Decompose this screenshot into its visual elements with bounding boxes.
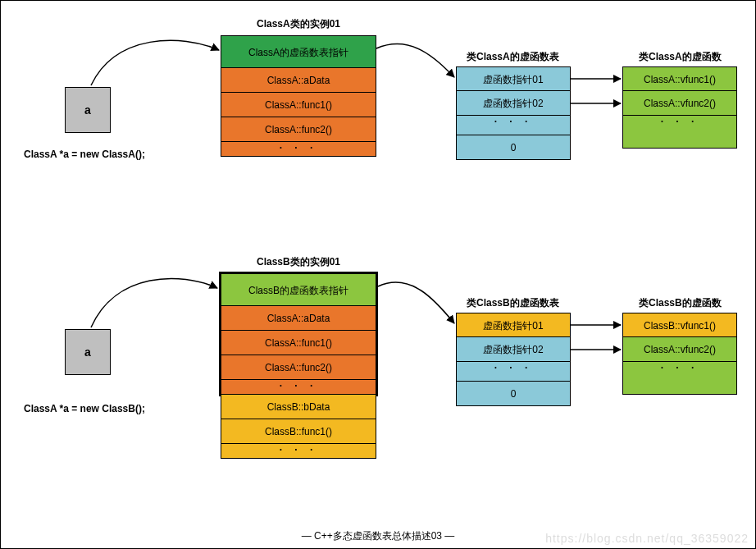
vtA-0: 虚函数指针01 [456,66,571,91]
vfuncs-b: ClassB::vfunc1() ClassA::vfunc2() · · · [622,313,737,395]
pointer-label: a [84,103,91,117]
title-vfB: 类ClassB的虚函数 [639,296,722,310]
inst-a-dots: · · · [221,142,376,157]
arrow-vptrB-to-vtB [378,282,454,323]
inst-a-vptr: ClassA的虚函数表指针 [221,35,376,68]
inst-b-dots2: · · · [221,444,376,459]
vtA-dots: · · · [456,116,571,135]
pointer-box-b: a [65,329,111,375]
vtB-0: 虚函数指针01 [456,313,571,337]
vfA-dots: · · · [622,116,737,149]
vfB-1: ClassA::vfunc2() [622,337,737,362]
vfB-dots: · · · [622,362,737,395]
vtB-1: 虚函数指针02 [456,337,571,362]
vfA-1: ClassA::vfunc2() [622,91,737,116]
title-instA: ClassA类的实例01 [257,17,340,31]
arrow-a-to-instB [91,278,217,327]
vtA-1: 虚函数指针02 [456,91,571,116]
pointer-decl-a: ClassA *a = new ClassA(); [24,149,145,160]
inst-a-func2: ClassA::func2() [221,117,376,142]
inst-b-adata: ClassA::aData [221,306,376,331]
inst-a-func1: ClassA::func1() [221,93,376,117]
arrow-vptrA-to-vtA [376,43,454,77]
pointer-label-b: a [84,345,91,359]
vtable-b: 虚函数指针01 虚函数指针02 · · · 0 [456,313,571,406]
vfA-0: ClassA::vfunc1() [622,66,737,91]
vtA-end: 0 [456,135,571,160]
vfuncs-a: ClassA::vfunc1() ClassA::vfunc2() · · · [622,66,737,149]
pointer-box-a: a [65,87,111,133]
vfB-0: ClassB::vfunc1() [622,313,737,337]
inst-b-func2: ClassA::func2() [221,355,376,380]
title-vtB: 类ClassB的虚函数表 [467,296,559,310]
inst-b-bfunc1: ClassB::func1() [221,419,376,444]
title-instB: ClassB类的实例01 [257,255,340,269]
inst-b-func1: ClassA::func1() [221,331,376,355]
watermark: https://blog.csdn.net/qq_36359022 [545,532,749,545]
title-vfA: 类ClassA的虚函数 [639,50,722,64]
inst-b-stack: ClassB的虚函数表指针 ClassA::aData ClassA::func… [221,273,376,459]
inst-b-bdata: ClassB::bData [221,395,376,419]
arrow-a-to-instA [91,40,219,85]
vtB-end: 0 [456,382,571,406]
diagram-canvas: a ClassA *a = new ClassA(); ClassA类的实例01… [0,0,756,549]
vtB-dots: · · · [456,362,571,382]
inst-b-dots1: · · · [221,380,376,395]
inst-a-stack: ClassA的虚函数表指针 ClassA::aData ClassA::func… [221,35,376,157]
vtable-a: 虚函数指针01 虚函数指针02 · · · 0 [456,66,571,160]
inst-b-vptr: ClassB的虚函数表指针 [221,273,376,306]
pointer-decl-b: ClassA *a = new ClassB(); [24,403,145,414]
title-vtA: 类ClassA的虚函数表 [467,50,559,64]
inst-a-adata: ClassA::aData [221,68,376,93]
